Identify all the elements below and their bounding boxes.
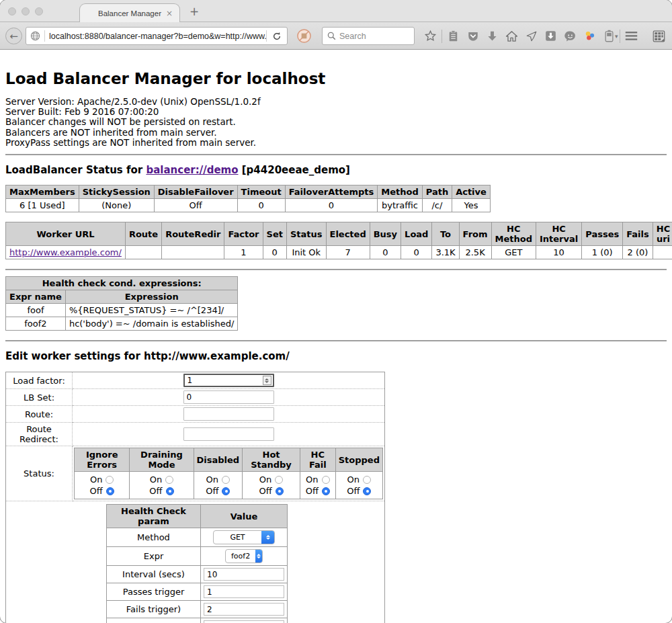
toolbar-icons: ▾ [421,22,669,50]
cell-path: /c/ [422,199,452,212]
load-factor-input[interactable] [183,374,274,387]
ignore-errors-on-radio[interactable] [106,476,114,484]
cell-hc-method: GET [491,246,536,259]
toolbar-divider [442,30,442,43]
bookmark-star-button[interactable] [421,30,440,42]
hc-interval-label: Interval (secs) [107,566,201,583]
cell-status: Init Ok [286,246,326,259]
col-fails: Fails [623,222,653,246]
col-busy: Busy [370,222,401,246]
minimize-window-button[interactable] [22,7,30,15]
route-label: Route: [6,406,73,423]
hc-uri-input[interactable] [204,620,284,623]
lb-set-input[interactable] [183,390,274,404]
cell-method: bytraffic [378,199,422,212]
on-label: On [150,474,162,485]
tiles-button[interactable] [649,30,669,42]
close-window-button[interactable] [8,7,16,15]
stopped-on-radio[interactable] [363,476,371,484]
hc-fail-on-radio[interactable] [322,476,330,484]
new-tab-button[interactable]: + [190,5,199,18]
edit-worker-heading: Edit worker settings for http://www.exam… [5,350,667,362]
search-input[interactable]: Search [339,32,366,41]
clipboard-button[interactable] [444,30,463,42]
balancer-settings-table: MaxMembers StickySession DisableFailover… [5,185,491,212]
reload-button[interactable] [267,32,287,41]
send-tab-button[interactable] [521,30,541,42]
close-tab-icon[interactable]: × [166,9,173,18]
hc-fails-input[interactable] [204,603,284,616]
home-button[interactable] [502,30,521,42]
col-method: Method [378,185,422,199]
heading-suffix: [p4420eeae_demo] [239,164,350,176]
number-stepper-icon[interactable] [263,376,271,385]
back-button[interactable]: ← [5,28,22,44]
worker-url-link[interactable]: http://www.example.com/ [9,247,122,257]
col-routeredir: RouteRedir [162,222,224,246]
panel-button[interactable] [541,30,560,42]
hc-fails-label: Fails trigger) [107,601,201,618]
hc-expr-select[interactable]: foof2 [225,549,263,563]
feedback-button[interactable] [560,30,580,42]
form-row-load-factor: Load factor: [6,372,385,389]
menu-button[interactable] [622,31,641,41]
table-title-row: Health check cond. expressions: [6,277,238,290]
cell-elected: 7 [326,246,370,259]
on-label: On [90,474,102,485]
tab-bar: Balancer Manager × + [0,0,672,22]
divider [5,340,667,341]
col-timeout: Timeout [237,185,285,199]
pocket-button[interactable] [463,30,482,42]
hc-passes-input[interactable] [204,585,284,598]
extension-dots-button[interactable] [580,30,599,42]
tab-balancer-manager[interactable]: Balancer Manager × [79,3,180,23]
route-redirect-label: Route Redirect: [6,423,73,446]
divider [5,269,667,270]
inherit-notice-line: Balancers are NOT inherited from main se… [5,128,667,138]
downloads-button[interactable] [482,30,502,42]
hc-interval-input[interactable] [204,568,284,581]
load-factor-label: Load factor: [6,372,73,389]
hc-method-row: Method GET [107,528,288,547]
stopped-off-radio[interactable] [363,487,371,495]
ignore-errors-off-radio[interactable] [106,487,114,495]
search-icon [327,32,336,40]
hc-fails-row: Fails trigger) [107,601,288,618]
off-label: Off [149,485,162,497]
disabled-on-radio[interactable] [222,476,230,484]
draining-mode-off-radio[interactable] [166,487,174,495]
cell-load: 0 [401,246,432,259]
hot-standby-off-radio[interactable] [276,487,284,495]
route-input[interactable] [183,407,274,421]
form-row-route: Route: [6,406,385,423]
hc-fail-off-radio[interactable] [322,487,330,495]
balancer-link[interactable]: balancer://demo [146,164,238,176]
smiley-bubble-icon [564,30,577,42]
search-bar[interactable]: Search [322,27,415,45]
chevron-down-icon[interactable]: ▾ [615,33,618,40]
hc-uri-row: HC uri [107,618,288,623]
draining-mode-on-radio[interactable] [165,476,173,484]
navigation-toolbar: ← localhost:8880/balancer-manager?b=demo… [0,22,672,50]
content-blocker-button[interactable] [296,28,312,44]
cell-routeredir [162,246,224,259]
url-bar[interactable]: localhost:8880/balancer-manager?b=demo&w… [26,27,288,45]
address-input[interactable]: localhost:8880/balancer-manager?b=demo&w… [45,32,266,41]
table-header-row: Worker URL Route RouteRedir Factor Set S… [6,222,672,246]
zoom-window-button[interactable] [35,7,43,15]
hc-expr-row: Expr foof2 [107,547,288,566]
cell-passes: 1 (0) [582,246,623,259]
route-redirect-input[interactable] [183,427,274,441]
cell-maxmembers: 6 [1 Used] [6,199,79,212]
hc-passes-label: Passes trigger [107,583,201,601]
disabled-off-radio[interactable] [222,487,230,495]
hamburger-icon [625,31,638,41]
hot-standby-on-radio[interactable] [275,476,283,484]
col-hc-param: Health Check param [107,505,201,528]
hc-method-select[interactable]: GET [213,530,275,544]
table-row: 6 [1 Used] (None) Off 0 0 bytraffic /c/ … [6,199,491,212]
on-label: On [206,474,218,485]
worker-status-table: Worker URL Route RouteRedir Factor Set S… [5,222,672,259]
server-info: Server Version: Apache/2.5.0-dev (Unix) … [5,97,667,148]
col-hc-method: HC Method [491,222,536,246]
